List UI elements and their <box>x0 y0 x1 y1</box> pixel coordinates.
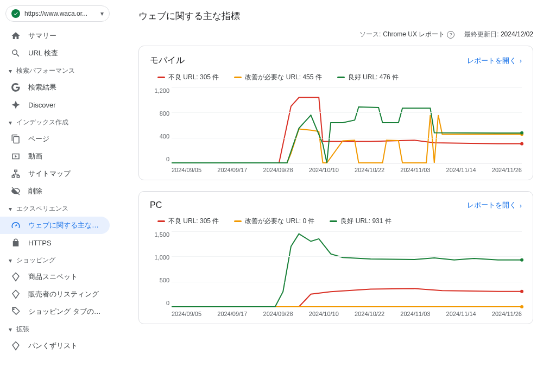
nav-summary[interactable]: サマリー <box>0 27 110 45</box>
legend-label: 改善が必要な URL: 455 件 <box>245 73 321 82</box>
legend-label: 改善が必要な URL: 0 件 <box>245 217 314 226</box>
source-label: ソース: <box>359 30 381 39</box>
legend-label: 不良 URL: 305 件 <box>168 73 219 82</box>
nav-video[interactable]: 動画 <box>0 148 110 165</box>
nav-shopping-tab[interactable]: ショッピング タブのリス... <box>0 303 110 320</box>
chart-legend: 不良 URL: 305 件 改善が必要な URL: 455 件 良好 URL: … <box>157 73 522 82</box>
main-content: ウェブに関する主な指標 ソース: Chrome UX レポート ? 最終更新日:… <box>117 0 543 392</box>
chart-mobile: 1,2008004000 2024/09/052024/09/172024/09… <box>150 87 522 173</box>
home-icon <box>11 31 21 41</box>
nav-label: HTTPS <box>28 239 52 247</box>
card-title: PC <box>150 200 162 210</box>
x-axis: 2024/09/052024/09/172024/09/282024/10/10… <box>172 307 522 317</box>
section-search-perf[interactable]: ▾ 検索パフォーマンス <box>0 62 116 79</box>
section-experience[interactable]: ▾ エクスペリエンス <box>0 200 116 217</box>
pages-icon <box>11 134 21 144</box>
source-value[interactable]: Chrome UX レポート <box>383 30 445 39</box>
updated-value: 2024/12/02 <box>501 30 533 38</box>
chevron-down-icon: ▾ <box>100 10 104 17</box>
x-axis: 2024/09/052024/09/172024/09/282024/10/10… <box>172 163 522 173</box>
property-url: https://www.waca.or... <box>24 10 96 17</box>
page-title: ウェブに関する主な指標 <box>138 10 533 22</box>
video-icon <box>11 151 21 161</box>
open-report-button[interactable]: レポートを開く › <box>467 200 522 210</box>
nav-search-results[interactable]: 検索結果 <box>0 79 110 96</box>
nav-label: 販売者のリスティング <box>28 289 99 299</box>
card-mobile: モバイル レポートを開く › 不良 URL: 305 件 改善が必要な URL:… <box>138 46 533 180</box>
svg-point-5 <box>520 258 523 262</box>
y-axis: 1,2008004000 <box>149 87 169 162</box>
nav-label: ウェブに関する主な指標 <box>28 220 104 230</box>
legend-swatch-ni <box>234 77 242 78</box>
y-axis: 1,5001,0005000 <box>149 231 169 306</box>
section-shopping[interactable]: ▾ ショッピング <box>0 251 116 268</box>
property-verified-icon <box>11 9 20 18</box>
chevron-right-icon: › <box>520 201 522 210</box>
section-extensions[interactable]: ▾ 拡張 <box>0 320 116 337</box>
chevron-right-icon: › <box>520 56 522 65</box>
updated-label: 最終更新日: <box>464 30 498 38</box>
nav-label: URL 検査 <box>28 48 58 58</box>
chevron-down-icon: ▾ <box>8 119 13 127</box>
speedometer-icon <box>11 220 21 230</box>
legend-label: 良好 URL: 476 件 <box>348 73 399 82</box>
chart-pc: 1,5001,0005000 2024/09/052024/09/172024/… <box>150 231 522 317</box>
nav-label: 動画 <box>28 151 42 161</box>
chart-legend: 不良 URL: 305 件 改善が必要な URL: 0 件 良好 URL: 93… <box>157 217 522 226</box>
open-report-label: レポートを開く <box>467 56 516 66</box>
nav-https[interactable]: HTTPS <box>0 234 110 251</box>
nav-discover[interactable]: Discover <box>0 96 110 113</box>
nav-label: 検索結果 <box>28 83 56 92</box>
nav-label: 商品スニペット <box>28 272 78 282</box>
section-label: ショッピング <box>16 256 55 265</box>
tag-icon <box>11 307 21 317</box>
legend-swatch-poor <box>157 220 165 222</box>
legend-swatch-good <box>330 220 337 222</box>
nav-removal[interactable]: 削除 <box>0 182 110 200</box>
google-icon <box>11 83 21 92</box>
nav-breadcrumb[interactable]: パンくずリスト <box>0 337 110 355</box>
nav-pages[interactable]: ページ <box>0 130 110 148</box>
sidebar: https://www.waca.or... ▾ サマリー URL 検査 ▾ 検… <box>0 0 117 392</box>
diamond-icon <box>11 341 21 351</box>
chevron-down-icon: ▾ <box>8 67 13 75</box>
nav-core-web-vitals[interactable]: ウェブに関する主な指標 <box>0 217 110 234</box>
svg-point-4 <box>520 305 523 308</box>
meta-row: ソース: Chrome UX レポート ? 最終更新日: 2024/12/02 <box>138 30 533 39</box>
nav-product-snippet[interactable]: 商品スニペット <box>0 268 110 286</box>
legend-label: 不良 URL: 305 件 <box>168 217 219 226</box>
nav-label: ショッピング タブのリス... <box>28 307 104 317</box>
svg-point-3 <box>520 290 523 293</box>
legend-label: 良好 URL: 931 件 <box>340 217 391 226</box>
plot-area <box>172 231 522 307</box>
nav-url-inspect[interactable]: URL 検査 <box>0 45 110 62</box>
card-title: モバイル <box>150 55 185 66</box>
legend-swatch-good <box>337 77 345 78</box>
plot-area <box>172 87 522 163</box>
svg-point-0 <box>520 142 523 146</box>
open-report-button[interactable]: レポートを開く › <box>467 56 522 66</box>
property-selector[interactable]: https://www.waca.or... ▾ <box>5 5 110 22</box>
nav-label: サイトマップ <box>28 169 71 179</box>
section-indexing[interactable]: ▾ インデックス作成 <box>0 113 116 130</box>
sitemap-icon <box>11 169 21 179</box>
nav-label: Discover <box>28 101 56 109</box>
nav-label: サマリー <box>28 31 56 41</box>
chevron-down-icon: ▾ <box>8 257 13 264</box>
section-label: エクスペリエンス <box>16 204 68 213</box>
section-label: 拡張 <box>16 325 29 334</box>
help-icon[interactable]: ? <box>447 31 454 39</box>
nav-sitemap[interactable]: サイトマップ <box>0 165 110 182</box>
legend-swatch-poor <box>157 77 165 78</box>
nav-label: 削除 <box>28 186 42 196</box>
section-label: 検索パフォーマンス <box>16 66 75 75</box>
section-label: インデックス作成 <box>16 118 68 127</box>
diamond-icon <box>11 289 21 299</box>
visibility-off-icon <box>11 186 21 196</box>
open-report-label: レポートを開く <box>467 200 516 210</box>
nav-label: パンくずリスト <box>28 341 78 351</box>
legend-swatch-ni <box>234 220 242 222</box>
svg-point-2 <box>520 131 523 135</box>
nav-label: ページ <box>28 134 49 144</box>
nav-merchant-listing[interactable]: 販売者のリスティング <box>0 286 110 303</box>
